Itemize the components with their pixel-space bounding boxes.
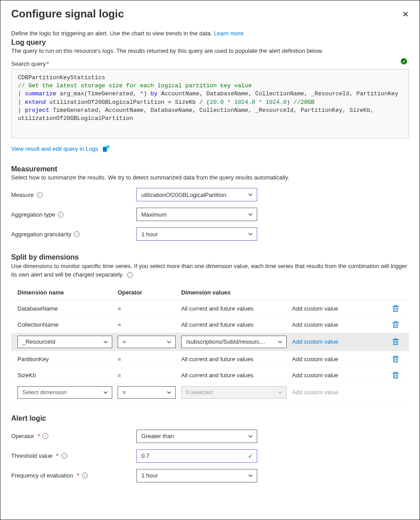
search-query-label: Search query* bbox=[11, 60, 409, 67]
chevron-down-icon bbox=[277, 339, 283, 345]
dimension-operator: = bbox=[118, 321, 176, 328]
add-custom-value-link[interactable]: Add custom value bbox=[292, 305, 381, 312]
split-by-dimensions-heading: Split by dimensions bbox=[11, 253, 409, 261]
add-custom-value-link[interactable]: Add custom value bbox=[292, 338, 381, 345]
page-title: Configure signal logic bbox=[11, 8, 124, 20]
chevron-down-icon bbox=[166, 339, 172, 345]
dimension-operator-select[interactable]: = bbox=[118, 386, 176, 399]
aggregation-type-label: Aggregation type i bbox=[11, 211, 136, 218]
chevron-down-icon bbox=[248, 473, 253, 478]
split-by-dimensions-desc: Use dimensions to monitor specific time … bbox=[11, 262, 409, 279]
info-icon[interactable]: i bbox=[37, 192, 42, 198]
info-icon[interactable]: i bbox=[74, 231, 80, 237]
info-icon[interactable]: i bbox=[58, 212, 64, 217]
dimension-name-select[interactable]: Select dimension bbox=[17, 386, 112, 399]
dimension-row: _ResourceId=/subscriptions/SubId/resourc… bbox=[11, 333, 409, 351]
chevron-down-icon bbox=[103, 339, 108, 345]
operator-select[interactable]: Greater than bbox=[136, 430, 257, 443]
svg-text:p: p bbox=[107, 145, 108, 148]
dimensions-table-header: Dimension name Operator Dimension values bbox=[11, 285, 409, 301]
dimension-row: CollectionName=All current and future va… bbox=[11, 317, 409, 333]
dimension-name: DatabaseName bbox=[17, 305, 112, 312]
dimension-values: All current and future values bbox=[181, 305, 287, 312]
dimension-row: PartitionKey=All current and future valu… bbox=[11, 351, 409, 367]
threshold-value-label: Threshold value* i bbox=[11, 452, 136, 459]
operator-label: Operator* i bbox=[11, 433, 136, 439]
measurement-desc: Select how to summarize the results. We … bbox=[11, 174, 409, 181]
dimension-operator: = bbox=[118, 372, 176, 379]
search-query-input[interactable]: CDBPartitionKeyStatistics // Get the lat… bbox=[11, 69, 409, 138]
add-custom-value-link[interactable]: Add custom value bbox=[292, 372, 381, 379]
chevron-down-icon bbox=[248, 212, 253, 217]
info-icon[interactable]: i bbox=[42, 433, 48, 439]
aggregation-granularity-select[interactable]: 1 hour bbox=[136, 227, 257, 241]
delete-icon[interactable] bbox=[392, 321, 399, 328]
threshold-value-input[interactable]: 0.7 ✓ bbox=[136, 449, 257, 463]
chevron-down-icon bbox=[248, 192, 253, 197]
delete-icon[interactable] bbox=[392, 305, 399, 312]
frequency-select[interactable]: 1 hour bbox=[136, 469, 257, 482]
delete-icon[interactable] bbox=[392, 355, 399, 363]
check-icon: ✓ bbox=[248, 452, 253, 460]
dimension-name: PartitionKey bbox=[17, 356, 112, 362]
info-icon[interactable]: i bbox=[127, 272, 133, 278]
valid-check-icon bbox=[401, 58, 407, 64]
info-icon[interactable]: i bbox=[61, 453, 67, 459]
dimension-name-select[interactable]: _ResourceId bbox=[17, 336, 112, 348]
dimension-operator: = bbox=[118, 356, 176, 362]
dimension-values-select[interactable]: /subscriptions/SubId/resourc… bbox=[181, 336, 287, 348]
aggregation-type-select[interactable]: Maximum bbox=[136, 208, 257, 221]
delete-icon[interactable] bbox=[392, 371, 399, 379]
log-query-heading: Log query bbox=[11, 38, 409, 47]
dimension-name: SizeKb bbox=[17, 372, 112, 379]
configure-signal-logic-panel: Configure signal logic ✕ Define the logi… bbox=[0, 0, 420, 520]
dimension-operator: = bbox=[118, 305, 176, 312]
dimension-row: DatabaseName=All current and future valu… bbox=[11, 301, 409, 317]
delete-icon[interactable] bbox=[392, 338, 399, 345]
dimension-values: All current and future values bbox=[181, 356, 287, 362]
chevron-down-icon bbox=[248, 231, 253, 237]
dimension-operator-select[interactable]: = bbox=[118, 336, 176, 348]
measure-select[interactable]: utilizationOf20GBLogicalPartition bbox=[136, 188, 257, 201]
dimension-name: CollectionName bbox=[17, 321, 112, 328]
info-icon[interactable]: i bbox=[82, 473, 88, 478]
dimension-row-placeholder: Select dimension=0 selectedAdd custom va… bbox=[11, 384, 409, 402]
dimension-values: All current and future values bbox=[181, 321, 287, 328]
intro-text-content: Define the logic for triggering an alert… bbox=[11, 30, 214, 37]
add-custom-value-link[interactable]: Add custom value bbox=[292, 356, 381, 362]
measurement-heading: Measurement bbox=[11, 165, 409, 173]
intro-text: Define the logic for triggering an alert… bbox=[11, 30, 409, 37]
chevron-down-icon bbox=[166, 390, 172, 395]
add-custom-value-link: Add custom value bbox=[292, 389, 381, 396]
aggregation-granularity-label: Aggregation granularity i bbox=[11, 231, 136, 238]
close-icon[interactable]: ✕ bbox=[402, 8, 409, 21]
measure-label: Measure i bbox=[11, 192, 136, 198]
log-query-desc: The query to run on this resource's logs… bbox=[11, 47, 409, 54]
dimension-values-select[interactable]: 0 selected bbox=[181, 386, 287, 399]
dimension-values: All current and future values bbox=[181, 372, 287, 379]
dimension-row: SizeKb=All current and future valuesAdd … bbox=[11, 367, 409, 384]
learn-more-link[interactable]: Learn more bbox=[214, 30, 243, 37]
frequency-label: Frequency of evaluation* i bbox=[11, 472, 136, 479]
dimensions-table: Dimension name Operator Dimension values… bbox=[11, 285, 409, 402]
chevron-down-icon bbox=[248, 434, 253, 439]
chevron-down-icon bbox=[277, 390, 283, 395]
chevron-down-icon bbox=[103, 390, 108, 395]
alert-logic-heading: Alert logic bbox=[11, 414, 409, 422]
view-in-logs-link[interactable]: View result and edit query in Logs bbox=[11, 145, 98, 152]
logs-icon: p bbox=[102, 145, 110, 153]
add-custom-value-link[interactable]: Add custom value bbox=[292, 321, 381, 328]
